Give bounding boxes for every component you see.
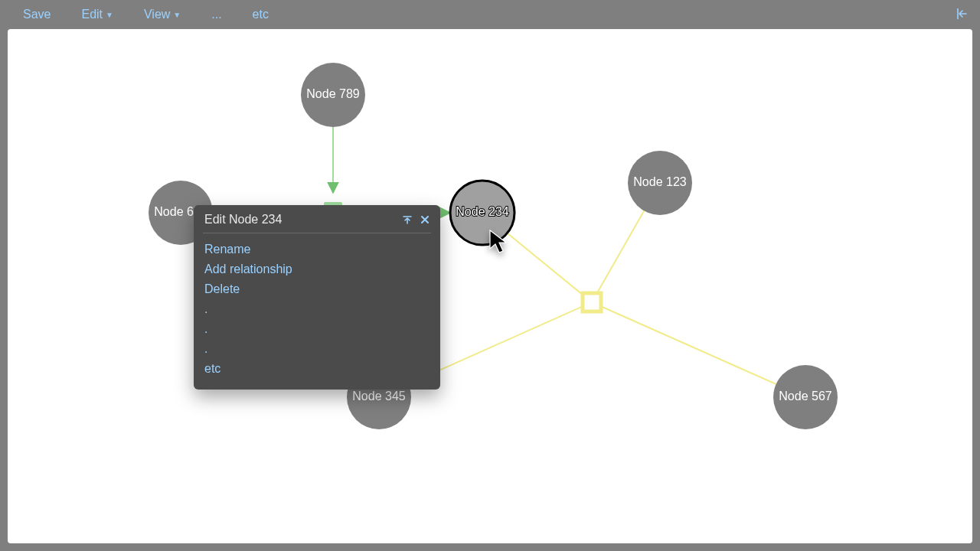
popup-item-add-relationship[interactable]: Add relationship: [204, 259, 430, 279]
popup-title: Edit Node 234: [204, 213, 394, 227]
menu-label: Edit: [81, 8, 103, 21]
graph-svg: Node 789 Node 678 Node 123 Node 345 Node…: [8, 29, 972, 543]
menu-edit[interactable]: Edit ▼: [66, 8, 128, 21]
close-icon[interactable]: [420, 215, 430, 224]
node-label: Node 234: [456, 205, 508, 218]
menu-label: View: [144, 8, 170, 21]
node-label: Node 789: [306, 87, 359, 100]
edge-group-yellow: [379, 183, 805, 397]
menu-label: etc: [253, 8, 269, 21]
panel-collapse-icon[interactable]: [956, 7, 969, 24]
menu-etc[interactable]: etc: [237, 8, 284, 21]
menu-view[interactable]: View ▼: [129, 8, 196, 21]
node-567[interactable]: Node 567: [773, 365, 838, 429]
app-frame: Save Edit ▼ View ▼ ... etc: [0, 0, 980, 551]
popup-item-rename[interactable]: Rename: [204, 240, 430, 259]
menu-label: Save: [23, 8, 51, 21]
node-label: Node 123: [633, 175, 686, 188]
chevron-down-icon: ▼: [106, 11, 113, 19]
menu-save[interactable]: Save: [0, 8, 66, 21]
relationship-hub[interactable]: [583, 293, 601, 311]
popup-item-delete[interactable]: Delete: [204, 279, 430, 299]
menubar: Save Edit ▼ View ▼ ... etc: [0, 0, 980, 29]
node-234-selected[interactable]: Node 234: [450, 181, 514, 245]
chevron-down-icon: ▼: [173, 11, 181, 19]
popup-item[interactable]: .: [204, 299, 430, 319]
dock-top-icon[interactable]: [402, 214, 413, 225]
popup-body: Rename Add relationship Delete . . . etc: [194, 233, 440, 390]
node-123[interactable]: Node 123: [628, 151, 692, 215]
edge[interactable]: [592, 302, 805, 397]
menu-label: ...: [211, 8, 221, 21]
popup-item[interactable]: .: [204, 319, 430, 339]
popup-item[interactable]: .: [204, 339, 430, 359]
popup-header: Edit Node 234: [194, 205, 440, 233]
node-label: Node 345: [352, 390, 405, 403]
popup-item-etc[interactable]: etc: [204, 359, 430, 379]
node-789[interactable]: Node 789: [301, 63, 365, 127]
edge-group-green: [214, 126, 450, 213]
context-popup: Edit Node 234 Rename Add relationship De…: [194, 205, 440, 390]
graph-canvas[interactable]: Node 789 Node 678 Node 123 Node 345 Node…: [8, 29, 972, 543]
node-label: Node 567: [779, 390, 831, 403]
menu-more[interactable]: ...: [196, 8, 237, 21]
